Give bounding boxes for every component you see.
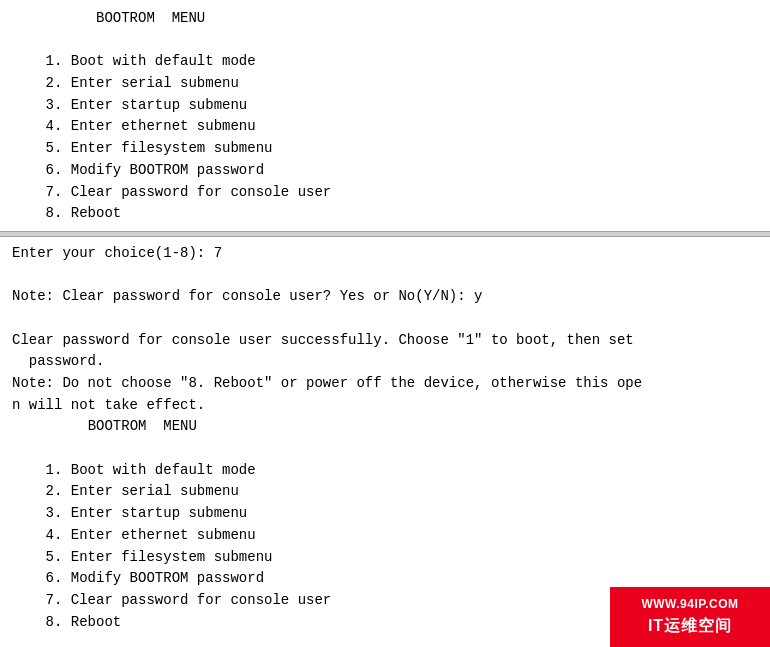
terminal-window: BOOTROM MENU 1. Boot with default mode 2…	[0, 0, 770, 647]
watermark: WWW.94IP.COM IT运维空间	[610, 587, 770, 647]
watermark-text: IT运维空间	[648, 614, 732, 639]
section1-content: BOOTROM MENU 1. Boot with default mode 2…	[12, 8, 758, 225]
section-divider	[0, 231, 770, 237]
watermark-url: WWW.94IP.COM	[641, 595, 738, 614]
